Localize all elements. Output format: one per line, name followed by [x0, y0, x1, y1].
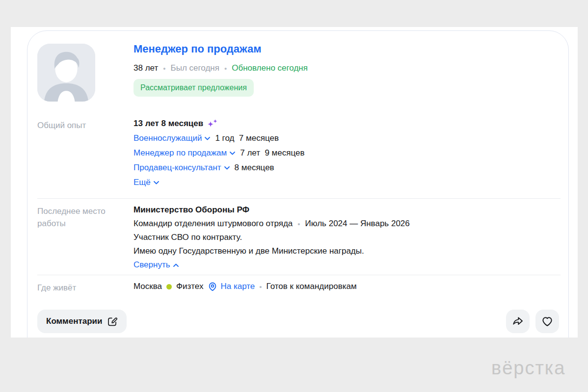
resume-panel: Менеджер по продажам 38 лет Был сегодня …	[11, 27, 578, 338]
last-seen-text: Был сегодня	[171, 63, 219, 73]
experience-role-label: Военнослужащий	[134, 133, 202, 143]
comments-button[interactable]: Комментарии	[37, 310, 127, 333]
business-trips-text: Готов к командировкам	[267, 282, 357, 291]
position-title: Командир отделения штурмового отряда	[134, 219, 293, 229]
section-divider	[37, 275, 561, 275]
status-badge: Рассматривает предложения	[134, 79, 254, 97]
page: { "header": { "title": "Менеджер по прод…	[0, 0, 588, 392]
ai-sparkles-icon	[207, 119, 218, 128]
age-text: 38 лет	[134, 63, 158, 73]
collapse-link[interactable]: Свернуть	[134, 260, 179, 270]
verstka-watermark: вёрстка	[491, 358, 565, 379]
location-row: Москва Физтех На карте Готов к командиро…	[134, 282, 357, 291]
resume-card: Менеджер по продажам 38 лет Был сегодня …	[27, 30, 569, 338]
experience-duration: 7 лет 9 месяцев	[240, 148, 304, 158]
position-row: Командир отделения штурмового отряда Июл…	[134, 219, 410, 229]
collapse-label: Свернуть	[134, 260, 170, 270]
experience-role-label: Продавец-консультант	[134, 163, 221, 173]
job-description-line: Имею одну Государственную и две Министер…	[134, 246, 364, 256]
separator-dot	[297, 220, 300, 228]
share-button[interactable]	[506, 310, 530, 333]
avatar	[37, 44, 95, 102]
experience-row: Продавец-консультант 8 месяцев	[134, 163, 274, 173]
experience-total: 13 лет 8 месяцев	[134, 119, 218, 129]
map-link-label: На карте	[220, 282, 255, 291]
position-period: Июль 2024 — Январь 2026	[305, 219, 410, 229]
chevron-down-icon	[205, 137, 210, 140]
resume-title[interactable]: Менеджер по продажам	[134, 43, 261, 55]
metro-station-text: Физтех	[176, 282, 203, 291]
experience-row: Менеджер по продажам 7 лет 9 месяцев	[134, 148, 305, 158]
experience-label: Общий опыт	[37, 119, 126, 131]
experience-role-link[interactable]: Военнослужащий	[134, 133, 210, 143]
favorite-button[interactable]	[535, 310, 559, 333]
chevron-up-icon	[173, 263, 179, 267]
experience-role-label: Менеджер по продажам	[134, 148, 227, 158]
location-label: Где живёт	[37, 282, 126, 294]
experience-more-label: Ещё	[134, 178, 151, 187]
experience-duration: 1 год 7 месяцев	[215, 133, 279, 143]
map-pin-icon	[208, 282, 217, 291]
chevron-down-icon	[224, 166, 230, 170]
chevron-down-icon	[230, 152, 235, 155]
last-job-label: Последнее место работы	[37, 205, 126, 230]
separator-dot	[224, 65, 227, 72]
comments-button-label: Комментарии	[46, 316, 102, 326]
company-name: Министерство Обороны РФ	[134, 205, 249, 215]
chevron-down-icon	[154, 181, 159, 184]
job-description-line: Участник СВО по контракту.	[134, 233, 242, 242]
experience-row: Военнослужащий 1 год 7 месяцев	[134, 133, 279, 143]
collapse-row: Свернуть	[134, 260, 179, 270]
experience-more-link[interactable]: Ещё	[134, 178, 159, 187]
share-arrow-icon	[511, 315, 524, 328]
map-link[interactable]: На карте	[208, 282, 255, 291]
city-text: Москва	[134, 282, 162, 291]
separator-dot	[163, 65, 165, 72]
heart-icon	[541, 315, 554, 328]
edit-note-icon	[107, 316, 118, 327]
experience-duration: 8 месяцев	[235, 163, 274, 173]
experience-role-link[interactable]: Продавец-консультант	[134, 163, 230, 173]
section-divider	[37, 198, 561, 199]
separator-dot	[259, 283, 262, 290]
updated-text: Обновлено сегодня	[232, 63, 308, 73]
avatar-placeholder-icon	[37, 44, 95, 102]
experience-more-row: Ещё	[134, 178, 159, 187]
metro-line-dot-icon	[166, 284, 172, 289]
experience-role-link[interactable]: Менеджер по продажам	[134, 148, 235, 158]
meta-row: 38 лет Был сегодня Обновлено сегодня	[134, 63, 308, 73]
experience-total-text: 13 лет 8 месяцев	[134, 119, 203, 129]
